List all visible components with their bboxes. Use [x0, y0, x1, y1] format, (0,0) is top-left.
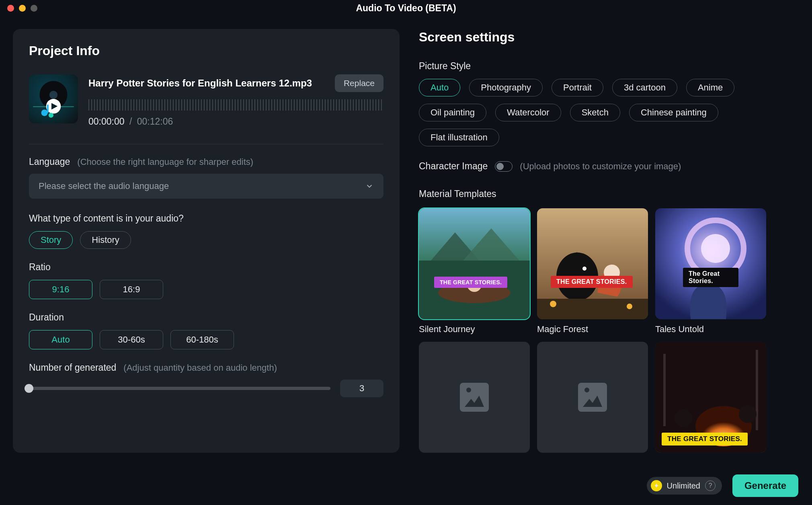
replace-button[interactable]: Replace: [335, 74, 383, 92]
audio-thumbnail[interactable]: [29, 74, 78, 123]
screen-settings-panel: Screen settings Picture Style Auto Photo…: [419, 29, 799, 453]
help-icon[interactable]: ?: [705, 480, 716, 491]
language-select-placeholder: Please select the audio language: [39, 181, 169, 191]
chevron-down-icon: [365, 182, 374, 191]
generate-button[interactable]: Generate: [732, 474, 798, 497]
ratio-label: Ratio: [29, 262, 383, 273]
audio-waveform[interactable]: [88, 99, 383, 111]
svg-point-21: [701, 234, 730, 263]
style-anime[interactable]: Anime: [686, 79, 734, 96]
ratio-9-16[interactable]: 9:16: [29, 280, 92, 299]
language-select[interactable]: Please select the audio language: [29, 174, 383, 199]
template-silent-journey[interactable]: THE GREAT STORIES.: [419, 208, 530, 319]
template-placeholder[interactable]: [419, 342, 530, 453]
template-banner: The Great Stories.: [683, 268, 738, 287]
image-placeholder-icon: [455, 378, 494, 417]
style-watercolor[interactable]: Watercolor: [495, 104, 561, 121]
audio-thumbnail-art: [29, 74, 78, 123]
style-portrait[interactable]: Portrait: [552, 79, 603, 96]
style-oil-painting[interactable]: Oil painting: [419, 104, 486, 121]
svg-rect-25: [663, 354, 666, 426]
svg-point-18: [550, 301, 556, 307]
template-placeholder[interactable]: [537, 342, 648, 453]
project-info-title: Project Info: [29, 43, 383, 58]
ratio-16-9[interactable]: 16:9: [100, 280, 163, 299]
duration-30-60[interactable]: 30-60s: [100, 330, 163, 349]
style-photography[interactable]: Photography: [469, 79, 543, 96]
template-tales-untold[interactable]: The Great Stories.: [655, 208, 766, 319]
template-banner: THE GREAT STORIES.: [434, 277, 507, 288]
template-great-stories[interactable]: THE GREAT STORIES.: [655, 342, 766, 453]
language-label: Language: [29, 156, 70, 167]
character-image-label: Character Image: [419, 161, 488, 172]
svg-point-14: [582, 267, 586, 271]
character-image-hint: (Upload photos to customize your image): [520, 161, 681, 172]
svg-point-7: [49, 113, 53, 118]
unlimited-label: Unlimited: [667, 481, 700, 491]
template-magic-forest[interactable]: THE GREAT STORIES.: [537, 208, 648, 319]
duration-60-180[interactable]: 60-180s: [170, 330, 234, 349]
template-art-icon: [655, 208, 766, 319]
style-chinese-painting[interactable]: Chinese painting: [629, 104, 718, 121]
svg-point-27: [675, 409, 692, 427]
screen-settings-title: Screen settings: [419, 30, 799, 45]
template-label: Magic Forest: [537, 324, 648, 335]
window-close-button[interactable]: [7, 5, 14, 12]
content-type-label: What type of content is in your audio?: [29, 213, 383, 224]
template-label: Tales Untold: [655, 324, 766, 335]
template-art-icon: [419, 208, 530, 319]
template-banner: THE GREAT STORIES.: [662, 433, 748, 445]
app-title: Audio To Video (BETA): [356, 3, 456, 14]
time-current: 00:00:00: [88, 116, 125, 127]
window-maximize-button[interactable]: [31, 5, 37, 12]
time-separator: /: [129, 116, 132, 127]
svg-point-5: [41, 109, 48, 116]
content-type-history[interactable]: History: [80, 231, 131, 249]
character-image-toggle[interactable]: [495, 161, 513, 172]
time-duration: 00:12:06: [137, 116, 173, 127]
picture-style-label: Picture Style: [419, 61, 799, 72]
template-banner: THE GREAT STORIES.: [551, 276, 633, 288]
style-auto[interactable]: Auto: [419, 79, 460, 96]
toggle-knob: [496, 163, 504, 170]
image-placeholder-icon: [573, 378, 612, 417]
num-generated-label: Number of generated: [29, 362, 116, 373]
duration-label: Duration: [29, 312, 383, 323]
material-templates-label: Material Templates: [419, 189, 799, 199]
svg-rect-6: [47, 105, 49, 113]
language-hint: (Choose the right language for sharper e…: [77, 157, 253, 167]
style-sketch[interactable]: Sketch: [570, 104, 620, 121]
num-generated-hint: (Adjust quantity based on audio length): [123, 363, 277, 373]
divider: [29, 144, 383, 144]
project-info-panel: Project Info Harry Potter Stories for En…: [13, 29, 400, 453]
svg-point-19: [627, 304, 632, 309]
svg-rect-26: [756, 350, 758, 430]
style-3d-cartoon[interactable]: 3d cartoon: [612, 79, 677, 96]
style-flat-illustration[interactable]: Flat illustration: [419, 129, 499, 146]
svg-point-28: [739, 405, 757, 423]
num-generated-value: 3: [340, 380, 383, 397]
template-label: Silent Journey: [419, 324, 530, 335]
audio-time: 00:00:00 / 00:12:06: [88, 116, 383, 127]
sparkle-icon: ✦: [651, 480, 662, 491]
content-type-story[interactable]: Story: [29, 231, 73, 249]
svg-marker-9: [463, 228, 519, 261]
slider-thumb[interactable]: [25, 384, 33, 393]
num-generated-slider[interactable]: [29, 387, 330, 390]
unlimited-badge[interactable]: ✦ Unlimited ?: [647, 477, 722, 495]
svg-point-1: [49, 91, 57, 99]
template-art-icon: [537, 208, 648, 319]
audio-filename: Harry Potter Stories for English Learner…: [88, 78, 327, 89]
duration-auto[interactable]: Auto: [29, 330, 92, 349]
window-minimize-button[interactable]: [19, 5, 26, 12]
